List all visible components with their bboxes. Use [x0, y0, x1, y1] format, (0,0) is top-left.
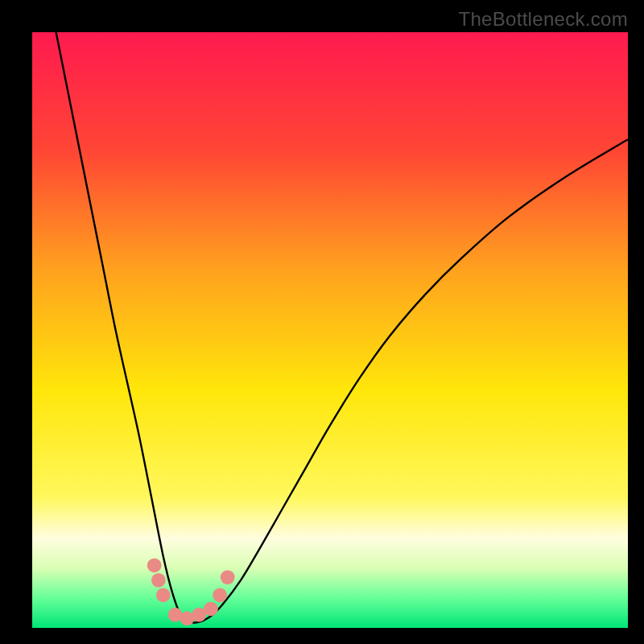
curve-layer: [32, 32, 628, 628]
watermark-label: TheBottleneck.com: [458, 8, 628, 31]
optimal-markers: [147, 558, 235, 625]
optimal-dot: [147, 558, 162, 572]
bottleneck-curve: [56, 32, 628, 623]
chart-frame: TheBottleneck.com: [0, 0, 644, 644]
optimal-dot: [204, 601, 218, 616]
optimal-dot: [156, 588, 171, 602]
plot-area: [32, 32, 628, 628]
optimal-dot: [151, 573, 166, 588]
optimal-dot: [213, 588, 227, 602]
optimal-dot: [221, 570, 235, 584]
